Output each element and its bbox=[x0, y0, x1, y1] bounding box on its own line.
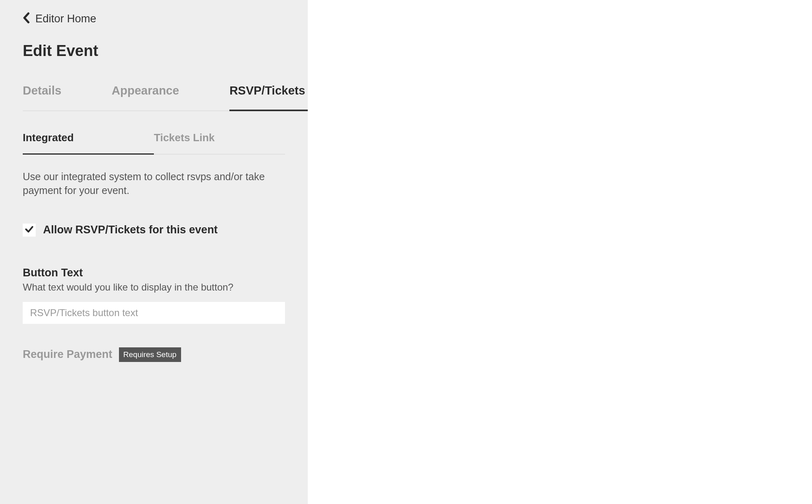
require-payment-row: Require Payment Requires Setup bbox=[23, 347, 285, 362]
allow-rsvp-label: Allow RSVP/Tickets for this event bbox=[43, 224, 218, 236]
require-payment-label: Require Payment bbox=[23, 348, 112, 361]
requires-setup-badge: Requires Setup bbox=[119, 347, 181, 362]
tab-rsvp-tickets[interactable]: RSVP/Tickets bbox=[229, 84, 305, 110]
allow-rsvp-checkbox[interactable] bbox=[23, 224, 36, 237]
allow-rsvp-row: Allow RSVP/Tickets for this event bbox=[23, 224, 285, 237]
preview-area bbox=[308, 0, 812, 504]
main-tabs: Details Appearance RSVP/Tickets bbox=[23, 84, 285, 111]
check-icon bbox=[25, 225, 34, 235]
sub-tabs: Integrated Tickets Link bbox=[23, 131, 285, 155]
back-link[interactable]: Editor Home bbox=[23, 12, 285, 25]
button-text-sub: What text would you like to display in t… bbox=[23, 282, 285, 293]
tab-details[interactable]: Details bbox=[23, 84, 61, 110]
chevron-left-icon bbox=[23, 12, 30, 25]
subtab-integrated[interactable]: Integrated bbox=[23, 131, 154, 154]
back-link-label: Editor Home bbox=[35, 13, 96, 25]
tab-appearance[interactable]: Appearance bbox=[112, 84, 179, 110]
page-title: Edit Event bbox=[23, 42, 285, 60]
integrated-description: Use our integrated system to collect rsv… bbox=[23, 170, 285, 198]
subtab-tickets-link[interactable]: Tickets Link bbox=[154, 131, 285, 154]
editor-panel: Editor Home Edit Event Details Appearanc… bbox=[0, 0, 308, 504]
button-text-heading: Button Text bbox=[23, 267, 285, 279]
button-text-input[interactable] bbox=[23, 302, 285, 324]
